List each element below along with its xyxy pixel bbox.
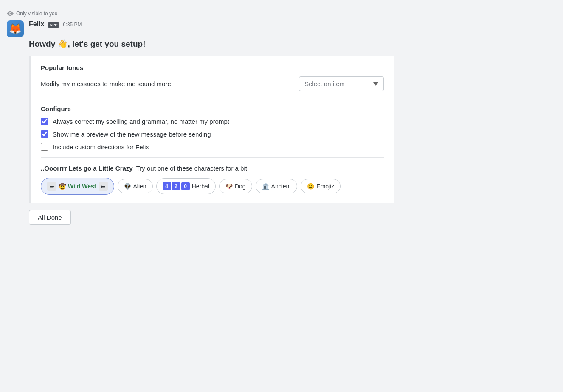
characters-row: ➡ 🤠 Wild West ⬅ 👽 Alien 4 2 0 — [41, 178, 384, 195]
tone-select[interactable]: Select an item Professional Casual Frien… — [299, 76, 384, 91]
dog-emoji: 🐶 — [225, 183, 233, 190]
message-title: Howdy 👋, let's get you setup! — [29, 39, 556, 49]
checkbox-custom[interactable] — [41, 143, 48, 151]
char-button-emojiz[interactable]: 😐 Emojiz — [301, 179, 341, 193]
emojiz-label: Emojiz — [316, 183, 334, 190]
divider-2 — [41, 157, 384, 158]
crazy-section: ..Ooorrrr Lets go a Little Crazy Try out… — [41, 165, 384, 195]
wild-west-arrows: ➡ — [47, 182, 56, 191]
all-done-button[interactable]: All Done — [29, 210, 71, 225]
arrow-left-box: ➡ — [47, 182, 56, 191]
checkbox-spelling-label[interactable]: Always correct my spelling and grammar, … — [53, 118, 229, 125]
char-button-alien[interactable]: 👽 Alien — [118, 179, 153, 193]
visibility-text: Only visible to you — [16, 11, 57, 17]
timestamp: 6:35 PM — [63, 22, 82, 28]
crazy-title-bold: ..Ooorrrr Lets go a Little Crazy — [41, 165, 133, 172]
num-2: 2 — [172, 182, 180, 190]
checkbox-preview-label[interactable]: Show me a preview of the new message bef… — [53, 131, 211, 138]
ancient-emoji: 🏛️ — [262, 183, 269, 190]
crazy-title-normal: Try out one of these characters for a bi… — [136, 165, 247, 172]
eye-icon — [7, 10, 14, 17]
emojiz-emoji: 😐 — [307, 183, 314, 190]
message-container: Only visible to you 🦊 Felix APP 6:35 PM … — [0, 7, 563, 228]
herbal-numbers: 4 2 0 — [163, 182, 190, 190]
message-meta: Felix APP 6:35 PM — [29, 20, 82, 28]
char-button-ancient[interactable]: 🏛️ Ancient — [256, 179, 298, 193]
herbal-label: Herbal — [192, 183, 209, 190]
bot-name: Felix — [29, 20, 44, 28]
app-badge: APP — [48, 22, 59, 28]
checkbox-custom-label[interactable]: Include custom directions for Felix — [53, 143, 149, 151]
alien-emoji: 👽 — [124, 183, 131, 190]
visibility-notice: Only visible to you — [7, 10, 556, 17]
avatar: 🦊 — [7, 20, 24, 37]
message-meta-container: Felix APP 6:35 PM — [29, 20, 82, 29]
arrow-right-box: ⬅ — [99, 182, 108, 191]
popular-tones-title: Popular tones — [41, 64, 384, 71]
avatar-emoji: 🦊 — [9, 23, 22, 35]
card: Popular tones Modify my messages to make… — [29, 56, 394, 203]
checkbox-preview[interactable] — [41, 130, 48, 138]
dog-label: Dog — [235, 183, 246, 190]
wild-west-label: Wild West — [68, 183, 96, 190]
char-button-herbal[interactable]: 4 2 0 Herbal — [156, 178, 216, 194]
checkbox-row-custom: Include custom directions for Felix — [41, 143, 384, 151]
crazy-title-row: ..Ooorrrr Lets go a Little Crazy Try out… — [41, 165, 384, 172]
wild-west-emoji: 🤠 — [59, 183, 66, 190]
alien-label: Alien — [133, 183, 146, 190]
char-button-wild-west[interactable]: ➡ 🤠 Wild West ⬅ — [41, 178, 114, 195]
checkbox-row-preview: Show me a preview of the new message bef… — [41, 130, 384, 138]
message-header: 🦊 Felix APP 6:35 PM — [7, 20, 556, 37]
configure-section: Configure Always correct my spelling and… — [41, 105, 384, 151]
char-button-dog[interactable]: 🐶 Dog — [219, 179, 252, 193]
ancient-label: Ancient — [271, 183, 291, 190]
checkbox-row-spelling: Always correct my spelling and grammar, … — [41, 118, 384, 125]
divider-1 — [41, 98, 384, 98]
tone-label: Modify my messages to make me sound more… — [41, 80, 173, 87]
configure-title: Configure — [41, 105, 384, 112]
num-4: 4 — [163, 182, 171, 190]
tone-row: Modify my messages to make me sound more… — [41, 76, 384, 91]
num-0: 0 — [181, 182, 190, 190]
checkbox-spelling[interactable] — [41, 118, 48, 125]
